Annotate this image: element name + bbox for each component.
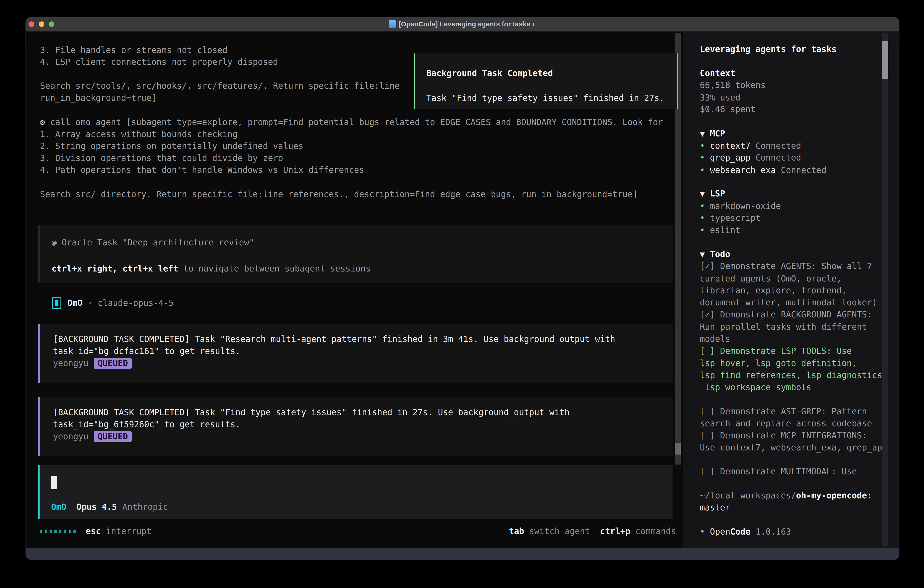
minimize-button[interactable]: [39, 21, 45, 27]
terminal-line: ⚙ call_omo_agent [subagent_type=explore,…: [40, 116, 663, 128]
window-title-text: [OpenCode] Leveraging agents for tasks ◐: [399, 20, 536, 28]
window-bottom-bar: [26, 548, 899, 560]
interrupt-label: interrupt: [101, 526, 152, 536]
close-button[interactable]: [29, 21, 34, 27]
titlebar[interactable]: [OpenCode] Leveraging agents for tasks ◐: [26, 17, 899, 31]
agent-checkbox-icon: [52, 297, 61, 309]
sidebar-line: lsp_find_references, lsp_diagnostics,: [700, 369, 884, 381]
sidebar-line: ~/local-workspaces/oh-my-opencode:: [700, 489, 884, 502]
esc-key-hint[interactable]: esc: [86, 526, 101, 536]
task-block: [BACKGROUND TASK COMPLETED] Task "Resear…: [38, 324, 673, 383]
oracle-task-hint: ctrl+x right, ctrl+x left to navigate be…: [52, 263, 371, 275]
sidebar-line: Run parallel tasks with different: [700, 321, 884, 333]
progress-spinner-icon: [40, 530, 76, 533]
prompt-input[interactable]: OmO Opus 4.5 Anthropic: [38, 465, 673, 519]
terminal-line: Search src/ directory. Return specific f…: [40, 188, 638, 200]
sidebar-line[interactable]: ▼ LSP: [700, 188, 884, 200]
oracle-task-box: ◉ Oracle Task "Deep architecture review"…: [38, 225, 673, 283]
sidebar-line: • grep_app Connected: [700, 152, 884, 164]
input-model: Opus 4.5: [76, 501, 117, 513]
task-line: task_id="bg_6f59260c" to get results.: [53, 418, 240, 430]
task-block: [BACKGROUND TASK COMPLETED] Task "Find t…: [38, 397, 673, 456]
scrollbar-thumb[interactable]: [883, 41, 888, 79]
oracle-task-title: ◉ Oracle Task "Deep architecture review": [52, 236, 254, 249]
commands-label: commands: [630, 526, 676, 536]
task-line: [BACKGROUND TASK COMPLETED] Task "Find t…: [53, 406, 569, 418]
sidebar-line: [ ] Demonstrate MCP INTEGRATIONS:: [700, 429, 884, 441]
sidebar-line: models: [700, 333, 884, 345]
sidebar-line: [ ] Demonstrate MULTIMODAL: Use: [700, 466, 884, 477]
sidebar-line[interactable]: ▼ MCP: [700, 127, 884, 140]
sidebar-line: lsp_hover, lsp_goto_definition,: [700, 357, 884, 369]
terminal-line: 2. String operations on potentially unde…: [40, 140, 303, 152]
status-bar: esc interrupt tab switch agent ctrl+p co…: [40, 525, 676, 537]
sidebar-line: • markdown-oxide: [700, 200, 884, 212]
status-badge: QUEUED: [94, 431, 132, 442]
sidebar-line: librarian, explore, frontend,: [700, 284, 884, 297]
sidebar-line: document-writer, multimodal-looker): [700, 297, 884, 309]
sidebar-line: • websearch_exa Connected: [700, 164, 884, 176]
sidebar-line: [ ] Demonstrate AST-GREP: Pattern: [700, 405, 884, 418]
terminal-line: 3. Division operations that could divide…: [40, 152, 283, 164]
zoom-button[interactable]: [49, 21, 54, 27]
toast-body: Task "Find type safety issues" finished …: [426, 92, 664, 104]
sidebar-line: • OpenCode 1.0.163: [700, 526, 884, 538]
traffic-lights: [29, 17, 54, 31]
scrollbar-thumb[interactable]: [675, 443, 681, 454]
sidebar-line: • eslint: [700, 224, 884, 236]
ctrlp-key-hint[interactable]: ctrl+p: [600, 526, 630, 536]
toast-title: Background Task Completed: [426, 67, 553, 79]
task-user: yeongyu: [53, 357, 88, 369]
sidebar-line: search and replace across codebase: [700, 418, 884, 429]
sidebar-line: [ ] Demonstrate LSP TOOLS: Use: [700, 345, 884, 357]
sidebar-line: 66,518 tokens: [700, 79, 884, 91]
switch-agent-label: switch agent: [524, 526, 590, 536]
desktop: [OpenCode] Leveraging agents for tasks ◐…: [0, 0, 924, 588]
sidebar: Leveraging agents for tasksContext66,518…: [683, 31, 899, 548]
sidebar-line: Context: [700, 67, 884, 79]
sidebar-line: $0.46 spent: [700, 103, 884, 115]
status-badge: QUEUED: [94, 358, 132, 369]
terminal-line: run_in_background=true]: [40, 92, 157, 104]
sidebar-line: Leveraging agents for tasks: [700, 43, 884, 55]
terminal-line: Search src/tools/, src/hooks/, src/featu…: [40, 80, 400, 92]
sidebar-line: [✓] Demonstrate AGENTS: Show all 7: [700, 260, 884, 272]
sidebar-line: • typescript: [700, 212, 884, 224]
sidebar-line: • context7 Connected: [700, 140, 884, 152]
conversation-pane[interactable]: 3. File handles or streams not closed4. …: [26, 31, 683, 548]
sidebar-line[interactable]: ▼ Todo: [700, 248, 884, 260]
task-meta: yeongyu QUEUED: [53, 357, 132, 369]
agent-model: claude-opus-4-5: [98, 298, 174, 308]
terminal-line: 4. Path operations that don't handle Win…: [40, 164, 364, 176]
task-meta: yeongyu QUEUED: [53, 430, 132, 443]
agent-header: OmO · claude-opus-4-5: [52, 297, 174, 309]
input-agent: OmO: [51, 501, 66, 513]
window-content: 3. File handles or streams not closed4. …: [26, 31, 899, 548]
task-line: task_id="bg_dcfac161" to get results.: [53, 345, 240, 357]
input-provider: Anthropic: [122, 501, 168, 513]
background-task-toast: Background Task Completed Task "Find typ…: [414, 53, 678, 109]
opencode-window: [OpenCode] Leveraging agents for tasks ◐…: [26, 17, 899, 560]
tab-key-hint[interactable]: tab: [509, 526, 524, 536]
sidebar-scrollbar[interactable]: [883, 33, 888, 546]
terminal-line: 1. Array access without bounds checking: [40, 128, 238, 140]
agent-separator: ·: [82, 298, 98, 308]
folder-icon: [389, 20, 396, 28]
input-meta: OmO Opus 4.5 Anthropic: [51, 501, 168, 513]
sidebar-line: lsp_workspace_symbols: [700, 381, 884, 393]
sidebar-line: curated agents (OmO, oracle,: [700, 273, 884, 285]
sidebar-line: [✓] Demonstrate BACKGROUND AGENTS:: [700, 309, 884, 320]
text-cursor: [51, 476, 57, 489]
sidebar-line: Use context7, websearch_exa, grep_app: [700, 441, 884, 454]
agent-name: OmO: [67, 298, 82, 308]
sidebar-line: master: [700, 502, 884, 514]
window-title: [OpenCode] Leveraging agents for tasks ◐: [389, 20, 536, 28]
sidebar-line: 33% used: [700, 92, 884, 104]
task-user: yeongyu: [53, 430, 88, 443]
task-line: [BACKGROUND TASK COMPLETED] Task "Resear…: [53, 333, 615, 345]
terminal-line: 3. File handles or streams not closed: [40, 44, 228, 56]
terminal-line: 4. LSP client connections not properly d…: [40, 56, 278, 68]
